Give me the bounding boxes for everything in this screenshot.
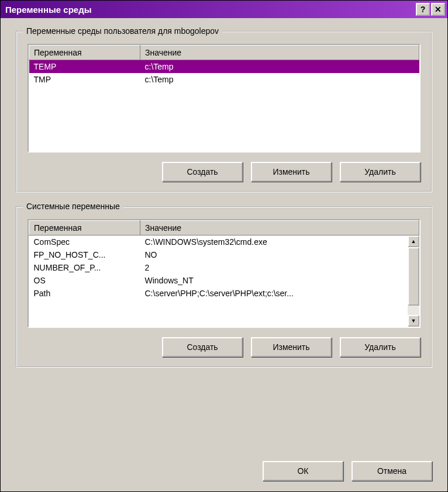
system-variables-group: Системные переменные Переменная Значение…	[16, 206, 432, 368]
table-row[interactable]: TMPc:\Temp	[29, 73, 419, 86]
table-row[interactable]: ComSpecC:\WINDOWS\system32\cmd.exe	[29, 235, 419, 249]
variable-name-cell: TMP	[29, 73, 140, 86]
column-header-variable[interactable]: Переменная	[29, 46, 140, 60]
close-button[interactable]: ✕	[431, 3, 445, 16]
environment-variables-dialog: Переменные среды ? ✕ Переменные среды по…	[0, 0, 448, 492]
chevron-down-icon: ▼	[411, 318, 416, 324]
variable-name-cell: Path	[29, 287, 140, 300]
variable-name-cell: OS	[29, 274, 140, 287]
titlebar: Переменные среды ? ✕	[1, 1, 447, 18]
column-header-variable[interactable]: Переменная	[29, 221, 140, 235]
variable-value-cell: c:\Temp	[140, 73, 419, 86]
user-new-button[interactable]: Создать	[162, 162, 243, 182]
cancel-button[interactable]: Отмена	[351, 461, 432, 481]
ok-button[interactable]: ОК	[263, 461, 343, 481]
user-variables-group: Переменные среды пользователя для mbogol…	[16, 31, 432, 192]
scroll-track[interactable]	[408, 247, 419, 315]
table-row[interactable]: FP_NO_HOST_C...NO	[29, 248, 419, 261]
system-variables-list[interactable]: Переменная Значение ComSpecC:\WINDOWS\sy…	[27, 219, 421, 328]
system-variables-legend: Системные переменные	[23, 202, 123, 211]
variable-value-cell: C:\WINDOWS\system32\cmd.exe	[140, 235, 419, 249]
variable-value-cell: C:\server\PHP;C:\server\PHP\ext;c:\ser..…	[140, 287, 419, 300]
variable-name-cell: TEMP	[29, 60, 140, 74]
close-icon: ✕	[435, 5, 442, 14]
table-row[interactable]: OSWindows_NT	[29, 274, 419, 287]
scroll-up-button[interactable]: ▲	[408, 235, 419, 247]
window-title: Переменные среды	[5, 5, 92, 15]
variable-value-cell: Windows_NT	[140, 274, 419, 287]
user-variables-legend: Переменные среды пользователя для mbogol…	[23, 26, 222, 36]
system-edit-button[interactable]: Изменить	[251, 337, 332, 357]
question-icon: ?	[421, 5, 426, 14]
variable-value-cell: c:\Temp	[140, 60, 419, 74]
table-row[interactable]: PathC:\server\PHP;C:\server\PHP\ext;c:\s…	[29, 287, 419, 300]
variable-value-cell: NO	[140, 248, 419, 261]
help-button[interactable]: ?	[416, 3, 430, 16]
user-variables-list[interactable]: Переменная Значение TEMPc:\TempTMPc:\Tem…	[27, 44, 421, 153]
table-row[interactable]: NUMBER_OF_P...2	[29, 261, 419, 274]
variable-value-cell: 2	[140, 261, 419, 274]
table-row[interactable]: TEMPc:\Temp	[29, 60, 419, 74]
variable-name-cell: ComSpec	[29, 235, 140, 249]
scroll-down-button[interactable]: ▼	[408, 315, 419, 327]
variable-name-cell: FP_NO_HOST_C...	[29, 248, 140, 261]
system-new-button[interactable]: Создать	[162, 337, 243, 357]
column-header-value[interactable]: Значение	[140, 46, 419, 60]
column-header-value[interactable]: Значение	[140, 221, 419, 235]
system-list-scrollbar[interactable]: ▲ ▼	[408, 235, 419, 327]
user-delete-button[interactable]: Удалить	[340, 162, 421, 182]
user-edit-button[interactable]: Изменить	[251, 162, 332, 182]
dialog-body: Переменные среды пользователя для mbogol…	[1, 18, 447, 491]
system-delete-button[interactable]: Удалить	[340, 337, 421, 357]
variable-name-cell: NUMBER_OF_P...	[29, 261, 140, 274]
chevron-up-icon: ▲	[411, 238, 416, 244]
scroll-thumb[interactable]	[408, 247, 419, 306]
